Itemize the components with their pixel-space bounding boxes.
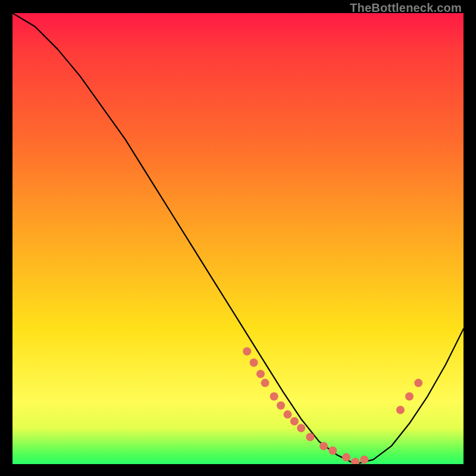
marker-point: [283, 411, 292, 419]
chart-svg: [12, 13, 464, 464]
marker-point: [320, 442, 328, 450]
chart-area: [12, 13, 464, 464]
marker-point: [290, 417, 299, 425]
marker-point: [342, 453, 350, 462]
marker-point: [405, 392, 414, 400]
marker-group: [243, 347, 422, 465]
marker-point: [277, 402, 285, 410]
marker-point: [250, 359, 258, 367]
marker-point: [270, 392, 278, 400]
marker-point: [261, 379, 270, 387]
marker-point: [396, 406, 405, 414]
marker-point: [256, 369, 265, 378]
marker-point: [306, 433, 314, 441]
marker-point: [360, 455, 368, 464]
marker-point: [351, 458, 359, 464]
bottleneck-curve: [12, 13, 464, 464]
marker-point: [328, 446, 337, 455]
marker-point: [297, 424, 305, 432]
marker-point: [243, 347, 251, 356]
marker-point: [414, 379, 422, 387]
